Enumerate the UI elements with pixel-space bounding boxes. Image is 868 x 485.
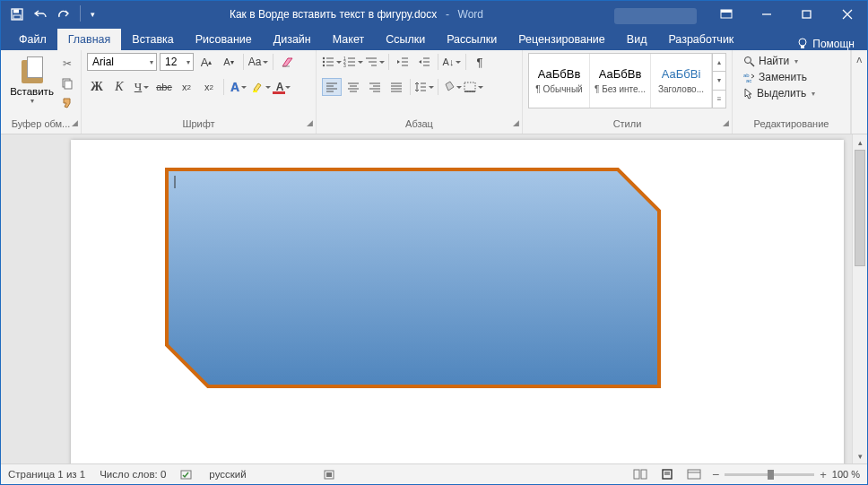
search-icon — [743, 56, 755, 67]
save-icon[interactable] — [6, 4, 28, 25]
maximize-icon[interactable] — [786, 1, 827, 27]
page-indicator[interactable]: Страница 1 из 1 — [8, 469, 85, 480]
group-label-paragraph: Абзац◢ — [317, 118, 522, 134]
tab-design[interactable]: Дизайн — [263, 29, 322, 50]
clipboard-icon — [18, 55, 47, 85]
svg-rect-10 — [801, 46, 804, 48]
web-layout-icon[interactable] — [685, 467, 703, 481]
scroll-up-icon[interactable]: ▴ — [853, 134, 867, 150]
close-icon[interactable] — [827, 1, 867, 27]
print-layout-icon[interactable] — [658, 467, 676, 481]
indent-increase-icon[interactable] — [414, 53, 434, 71]
select-button[interactable]: Выделить▾ — [738, 86, 820, 100]
zoom-in-icon[interactable]: + — [820, 468, 827, 481]
multilevel-list-icon[interactable] — [365, 53, 385, 71]
change-case-icon[interactable]: Aa — [248, 53, 268, 71]
undo-icon[interactable] — [30, 4, 51, 25]
strikethrough-button[interactable]: abc — [154, 78, 174, 96]
redo-icon[interactable] — [53, 4, 74, 25]
svg-rect-70 — [688, 470, 700, 479]
tab-references[interactable]: Ссылки — [375, 29, 436, 50]
zoom-out-icon[interactable]: − — [712, 467, 719, 481]
underline-button[interactable]: Ч — [132, 78, 152, 96]
font-size-combo[interactable]: 12▾ — [160, 53, 194, 71]
tab-draw[interactable]: Рисование — [185, 29, 263, 50]
tab-developer[interactable]: Разработчик — [657, 29, 744, 50]
format-painter-icon[interactable] — [59, 95, 75, 111]
find-button[interactable]: Найти▾ — [738, 54, 803, 68]
numbering-icon[interactable]: 123 — [343, 53, 363, 71]
shape-snip-corner-rectangle[interactable] — [164, 167, 662, 389]
qat-customize-icon[interactable]: ▾ — [86, 4, 99, 25]
align-right-icon[interactable] — [365, 78, 385, 96]
dialog-launcher-icon[interactable]: ◢ — [307, 118, 313, 127]
language-indicator[interactable]: русский — [209, 469, 246, 480]
tab-review[interactable]: Рецензирование — [508, 29, 616, 50]
bold-button[interactable]: Ж — [87, 78, 107, 96]
borders-icon[interactable] — [464, 78, 483, 96]
subscript-button[interactable]: x2 — [177, 78, 196, 96]
indent-decrease-icon[interactable] — [393, 53, 412, 71]
document-area: ▴ ▾ — [1, 134, 867, 463]
scroll-down-icon[interactable]: ▾ — [853, 448, 867, 463]
vertical-scrollbar[interactable]: ▴ ▾ — [852, 134, 867, 463]
align-center-icon[interactable] — [343, 78, 363, 96]
style-heading1[interactable]: АаБбВі Заголово... — [651, 54, 712, 108]
show-marks-icon[interactable]: ¶ — [470, 53, 490, 71]
minimize-icon[interactable] — [746, 1, 786, 27]
replace-button[interactable]: abacЗаменить — [738, 70, 812, 84]
tab-layout[interactable]: Макет — [322, 29, 375, 50]
style-no-spacing[interactable]: АаБбВв ¶ Без инте... — [590, 54, 651, 108]
zoom-percent[interactable]: 100 % — [832, 469, 860, 480]
superscript-button[interactable]: x2 — [199, 78, 219, 96]
copy-icon[interactable] — [59, 75, 75, 91]
clear-formatting-icon[interactable] — [278, 53, 298, 71]
tell-me[interactable]: Помощн — [797, 38, 867, 50]
align-left-icon[interactable] — [322, 78, 342, 96]
svg-line-58 — [751, 63, 754, 66]
highlight-icon[interactable] — [251, 78, 271, 96]
sort-icon[interactable]: А↓ — [442, 53, 462, 71]
tab-file[interactable]: Файл — [8, 29, 57, 50]
text-effects-icon[interactable]: A — [229, 78, 248, 96]
shading-icon[interactable] — [442, 78, 462, 96]
justify-icon[interactable] — [386, 78, 406, 96]
page[interactable] — [71, 140, 844, 463]
group-label-clipboard: Буфер обм...◢ — [1, 118, 81, 134]
gallery-up-icon[interactable]: ▴ — [713, 54, 725, 72]
line-spacing-icon[interactable] — [414, 78, 434, 96]
tab-mailings[interactable]: Рассылки — [436, 29, 508, 50]
shrink-font-icon[interactable]: A▾ — [219, 53, 239, 71]
gallery-down-icon[interactable]: ▾ — [713, 72, 725, 90]
ribbon-tabs: Файл Главная Вставка Рисование Дизайн Ма… — [1, 27, 867, 50]
zoom-slider[interactable] — [725, 473, 814, 476]
dialog-launcher-icon[interactable]: ◢ — [72, 118, 78, 127]
italic-button[interactable]: К — [109, 78, 129, 96]
account-pill[interactable] — [614, 8, 697, 24]
macro-record-icon[interactable] — [324, 468, 336, 481]
styles-gallery[interactable]: АаБбВв ¶ Обычный АаБбВв ¶ Без инте... Аа… — [528, 53, 726, 108]
word-count[interactable]: Число слов: 0 — [100, 469, 166, 480]
grow-font-icon[interactable]: A▴ — [196, 53, 216, 71]
paste-button[interactable]: Вставить ▾ — [6, 53, 57, 105]
bullets-icon[interactable] — [322, 53, 342, 71]
collapse-ribbon-icon[interactable]: ʌ — [851, 50, 867, 134]
spellcheck-icon[interactable] — [180, 468, 195, 481]
tab-view[interactable]: Вид — [616, 29, 658, 50]
ribbon: Вставить ▾ ✂ Буфер обм...◢ Arial▾ 12▾ A▴… — [1, 50, 867, 134]
tab-home[interactable]: Главная — [57, 29, 122, 50]
cut-icon[interactable]: ✂ — [59, 56, 75, 72]
svg-rect-65 — [634, 470, 639, 479]
style-normal[interactable]: АаБбВв ¶ Обычный — [529, 54, 590, 108]
svg-rect-12 — [65, 81, 72, 89]
svg-point-17 — [323, 61, 325, 63]
scrollbar-thumb[interactable] — [855, 150, 865, 266]
read-mode-icon[interactable] — [631, 467, 649, 481]
font-name-combo[interactable]: Arial▾ — [87, 53, 157, 71]
dialog-launcher-icon[interactable]: ◢ — [513, 118, 519, 127]
gallery-more-icon[interactable]: ≡ — [713, 91, 725, 108]
dialog-launcher-icon[interactable]: ◢ — [723, 118, 729, 127]
tab-insert[interactable]: Вставка — [121, 29, 184, 50]
ribbon-options-icon[interactable] — [706, 1, 746, 27]
font-color-icon[interactable]: A — [273, 78, 293, 96]
